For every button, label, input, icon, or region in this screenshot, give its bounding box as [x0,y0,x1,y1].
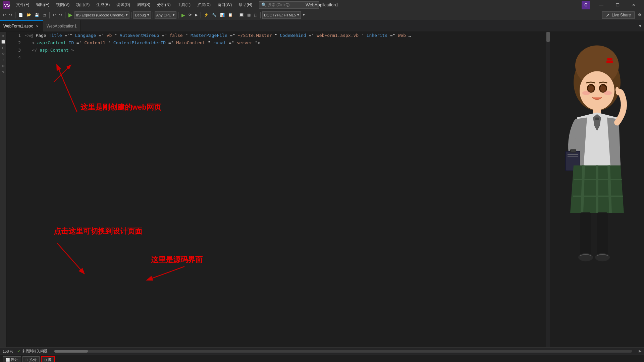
split-view-button[interactable]: ⊟ 拆分 [22,356,40,362]
sidebar-icon-7[interactable]: ✎ [1,69,6,75]
code-editor[interactable]: 1 2 3 4 <%@ Page Title ="" Language =" v… [7,32,550,347]
live-share-button[interactable]: ↗ Live Share [602,11,635,19]
sidebar-icon-5[interactable]: ↕ [1,57,6,63]
toolbar-back-btn[interactable]: ↩ [1,11,7,19]
scrollbar-thumb[interactable] [546,32,550,42]
menu-build[interactable]: 生成(B) [94,1,112,8]
line-numbers: 1 2 3 4 [7,32,23,61]
menu-edit[interactable]: 编辑(E) [33,1,52,8]
tab-webapplication1[interactable]: WebApplication1 [43,20,80,32]
tab-webform1[interactable]: WebForm1.aspx ✕ [0,20,43,32]
zoom-indicator[interactable]: 158 % [3,349,13,353]
iis-label: IIS Express (Google Chrome) [76,13,124,17]
svg-point-20 [600,85,606,92]
toolbar-redo-btn[interactable]: ↪ [58,11,63,19]
toolbar-tools-6[interactable]: ▦ [246,11,252,19]
search-label[interactable]: 搜索 (Ctrl+Q) [268,2,289,7]
code-content[interactable]: <%@ Page Title ="" Language =" vb " Auto… [25,32,546,61]
svg-rect-12 [606,61,613,63]
cpu-dropdown[interactable]: Any CPU ▾ [155,11,176,19]
switch-annotation-text: 点击这里可切换到设计页面 [54,226,142,236]
menu-test[interactable]: 测试(S) [134,1,153,8]
status-ok-area: ✓ 未找到相关问题 [17,349,48,354]
svg-rect-37 [580,213,591,256]
status-ok-icon: ✓ [17,349,20,354]
cpu-label: Any CPU [156,13,171,17]
toolbar-separator-2 [49,12,50,18]
toolbar-play-btn[interactable]: ▶ [67,12,74,18]
sidebar-icon-3[interactable]: ⟨⟩ [1,45,6,51]
code-line-2: < asp:Content ID =" Content1 " ContentPl… [25,39,546,47]
cpu-dropdown-arrow: ▾ [173,13,175,17]
horizontal-scrollbar-thumb[interactable] [54,350,88,353]
toolbar-new-btn[interactable]: 📄 [17,11,24,19]
svg-line-9 [148,266,184,280]
doctype-label: DOCTYPE: HTML5 [264,13,296,17]
source-view-button[interactable]: ⟨⟩ 源 [41,356,55,362]
menu-analyze[interactable]: 分析(N) [154,1,173,8]
debug-dropdown-arrow: ▾ [147,13,149,17]
maximize-button[interactable]: ❐ [610,0,625,10]
toolbar-doctype-btn[interactable]: ▾ [302,11,306,19]
toolbar-forward-btn[interactable]: ↪ [8,11,13,19]
toolbar-stop-btn[interactable]: ▶ [194,11,199,19]
iis-dropdown[interactable]: IIS Express (Google Chrome) ▾ [74,11,129,19]
menu-window[interactable]: 窗口(W) [215,1,234,8]
minimize-button[interactable]: — [594,0,609,10]
menu-debug[interactable]: 调试(D) [114,1,133,8]
svg-point-14 [580,71,614,110]
toolbar-separator-5 [153,12,153,18]
toolbar-tools-1[interactable]: ⚡ [203,11,210,19]
svg-rect-24 [595,118,599,120]
sidebar-icon-6[interactable]: ⊞ [1,63,6,69]
iis-dropdown-arrow: ▾ [126,13,128,17]
source-icon: ⟨⟩ [44,358,47,362]
sidebar-icon-1[interactable]: ≡ [1,33,6,39]
svg-rect-42 [571,150,576,152]
horizontal-scrollbar[interactable] [54,350,632,353]
tab-bar-right: ▾ [639,20,644,32]
toolbar-settings-btn[interactable]: ⚙ [637,11,643,19]
tab-webform1-close[interactable]: ✕ [35,24,40,28]
svg-rect-38 [597,213,608,256]
web-page-annotation-text: 这里是刚创建的web网页 [80,102,161,112]
menu-project[interactable]: 项目(P) [73,1,92,8]
design-view-button[interactable]: ⬜ 设计 [3,356,21,362]
tab-overflow-button[interactable]: ▾ [639,23,641,28]
debug-dropdown[interactable]: Debug ▾ [133,11,151,19]
sidebar-icon-4[interactable]: ⚙ [1,51,6,57]
view-switch-bar: ⬜ 设计 ⊟ 拆分 ⟨⟩ 源 [0,355,644,362]
toolbar-tools-3[interactable]: 📊 [219,11,226,19]
toolbar-separator-6 [178,12,178,18]
toolbar-start-btn[interactable]: ▶ [180,11,186,19]
toolbar-tools-2[interactable]: 🔧 [211,11,218,19]
toolbar-save-all-btn[interactable]: 🗂 [41,11,48,19]
doctype-dropdown[interactable]: DOCTYPE: HTML5 ▾ [262,11,301,19]
menu-extensions[interactable]: 扩展(X) [195,1,213,8]
design-label: 设计 [11,357,18,362]
toolbar-separator-4 [131,12,131,18]
live-share-icon: ↗ [606,12,610,18]
annotations-overlay: 这里是刚创建的web网页 点击这里可切换到设计页面 [7,32,550,347]
svg-point-19 [588,85,594,92]
svg-line-34 [609,166,610,213]
toolbar-step-btn[interactable]: ⟳ [187,11,193,19]
split-icon: ⊟ [25,358,28,362]
sidebar-icon-2[interactable]: ⬜ [1,39,6,45]
design-icon: ⬜ [6,358,10,362]
toolbar-save-btn[interactable]: 💾 [33,11,41,19]
menu-tools[interactable]: 工具(T) [175,1,193,8]
source-label: 源 [48,357,52,362]
toolbar-tools-4[interactable]: 📋 [227,11,234,19]
toolbar-tools-7[interactable]: ⬚ [253,11,259,19]
menu-view[interactable]: 视图(V) [53,1,72,8]
search-icon: 🔍 [261,2,267,7]
menu-file[interactable]: 文件(F) [13,1,32,8]
close-button[interactable]: ✕ [626,0,641,10]
toolbar-undo-btn[interactable]: ↩ [51,11,57,19]
editor-scrollbar[interactable] [546,32,550,347]
toolbar-tools-5[interactable]: 🔲 [238,11,245,19]
scroll-end: ▶ [639,349,641,353]
menu-help[interactable]: 帮助(H) [236,1,255,8]
toolbar-open-btn[interactable]: 📂 [25,11,33,19]
